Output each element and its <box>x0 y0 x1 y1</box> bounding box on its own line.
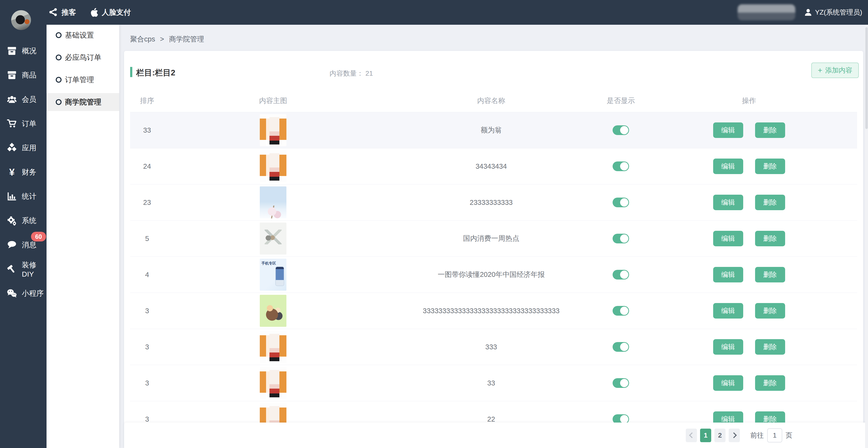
breadcrumb-root[interactable]: 聚合cps <box>130 35 155 43</box>
submenu-item-label: 订单管理 <box>65 75 94 85</box>
goto-page: 前往 页 <box>750 428 793 442</box>
edit-button[interactable]: 编辑 <box>713 303 743 319</box>
edit-button[interactable]: 编辑 <box>713 195 743 210</box>
visibility-toggle[interactable] <box>613 378 629 388</box>
admin-app: 推客 人脸支付 YZ(系统管理员) <box>0 0 868 448</box>
circle-icon <box>56 55 62 60</box>
prev-page-button[interactable] <box>686 428 697 442</box>
sidebar-item-apps[interactable]: 应用 <box>0 136 46 160</box>
visibility-toggle[interactable] <box>613 234 629 243</box>
content-count: 内容数量：21 <box>330 69 373 78</box>
edit-button[interactable]: 编辑 <box>713 122 743 138</box>
breadcrumb-separator: > <box>160 35 164 43</box>
cart-icon <box>6 118 18 129</box>
sort-value: 33 <box>130 126 164 134</box>
goto-page-input[interactable] <box>767 428 782 442</box>
visibility-toggle[interactable] <box>613 125 629 135</box>
breadcrumb: 聚合cps > 商学院管理 <box>130 34 204 44</box>
content-thumbnail <box>260 150 286 182</box>
delete-button[interactable]: 删除 <box>755 195 785 210</box>
topbar-item-label: 人脸支付 <box>102 7 131 18</box>
delete-button[interactable]: 删除 <box>755 339 785 355</box>
col-header-visible: 是否显示 <box>600 96 642 106</box>
submenu-item-label: 必应鸟订单 <box>65 53 101 63</box>
scrollbar-thumb[interactable] <box>865 27 868 129</box>
edit-button[interactable]: 编辑 <box>713 158 743 174</box>
edit-button[interactable]: 编辑 <box>713 375 743 391</box>
visibility-toggle[interactable] <box>613 306 629 316</box>
next-page-button[interactable] <box>728 428 740 442</box>
submenu-item-biyingniao-orders[interactable]: 必应鸟订单 <box>46 49 119 66</box>
topbar-menu: 推客 人脸支付 <box>49 0 131 25</box>
sidebar-item-label: 概况 <box>22 46 36 56</box>
sidebar-item-decorate-diy[interactable]: 装修DIY <box>0 257 46 281</box>
wechat-icon <box>6 288 18 299</box>
topbar-item-face-pay[interactable]: 人脸支付 <box>90 7 131 18</box>
sidebar: 概况 商品 会员 订单 <box>0 0 46 448</box>
topbar-right: YZ(系统管理员) <box>738 0 862 25</box>
sidebar-item-orders[interactable]: 订单 <box>0 112 46 136</box>
submenu-item-business-school[interactable]: 商学院管理 <box>46 93 119 111</box>
topbar-item-tuike[interactable]: 推客 <box>49 7 76 18</box>
topbar: 推客 人脸支付 YZ(系统管理员) <box>0 0 868 25</box>
visibility-toggle[interactable] <box>613 270 629 279</box>
table-row: 5 国内消费一周热点 编辑 删除 <box>130 220 857 257</box>
pager: 1 2 前往 页 <box>686 422 793 448</box>
sort-value: 24 <box>130 162 164 171</box>
edit-button[interactable]: 编辑 <box>713 267 743 282</box>
content-name: 额为翁 <box>382 125 600 135</box>
delete-button[interactable]: 删除 <box>755 231 785 246</box>
user-menu[interactable]: YZ(系统管理员) <box>804 8 862 17</box>
page-scrollbar[interactable] <box>865 25 868 448</box>
sidebar-item-label: 订单 <box>22 119 36 129</box>
col-header-name: 内容名称 <box>382 96 600 106</box>
table-row: 24 34343434 编辑 删除 <box>130 148 857 184</box>
delete-button[interactable]: 删除 <box>755 375 785 391</box>
sidebar-item-label: 统计 <box>22 191 36 202</box>
delete-button[interactable]: 删除 <box>755 267 785 282</box>
accent-bar <box>130 67 132 77</box>
share-icon <box>49 7 58 17</box>
edit-button[interactable]: 编辑 <box>713 231 743 246</box>
content-name: 22 <box>382 415 600 423</box>
user-icon <box>804 8 812 17</box>
delete-button[interactable]: 删除 <box>755 122 785 138</box>
sidebar-item-members[interactable]: 会员 <box>0 87 46 112</box>
sidebar-item-system[interactable]: 系统 <box>0 208 46 233</box>
col-header-thumbnail: 内容主图 <box>164 96 382 106</box>
content-name: 333 <box>382 343 600 351</box>
gavel-icon <box>6 264 18 274</box>
sidebar-item-label: 装修DIY <box>22 260 46 278</box>
sort-value: 23 <box>130 199 164 207</box>
sidebar-item-overview[interactable]: 概况 <box>0 39 46 63</box>
visibility-toggle[interactable] <box>613 342 629 352</box>
thumbnail-caption: 手机专区 <box>261 261 276 266</box>
circle-icon <box>56 32 62 38</box>
circle-icon <box>56 99 62 105</box>
sort-value: 5 <box>130 235 164 243</box>
content-name: 33333333333333333333333333333333333 <box>382 307 600 315</box>
content-thumbnail <box>260 367 286 399</box>
sidebar-item-stats[interactable]: 统计 <box>0 184 46 208</box>
sidebar-item-finance[interactable]: ¥ 财务 <box>0 160 46 184</box>
submenu-item-order-management[interactable]: 订单管理 <box>46 71 119 89</box>
sidebar-item-label: 会员 <box>22 94 36 104</box>
delete-button[interactable]: 删除 <box>755 303 785 319</box>
add-content-button[interactable]: + 添加内容 <box>811 63 859 78</box>
page-button-1[interactable]: 1 <box>700 428 711 442</box>
sort-value: 3 <box>130 343 164 351</box>
page-button-2[interactable]: 2 <box>714 428 725 442</box>
redacted-text <box>738 4 795 20</box>
delete-button[interactable]: 删除 <box>755 158 785 174</box>
submenu-item-basic-settings[interactable]: 基础设置 <box>46 26 119 44</box>
avatar[interactable] <box>11 10 31 30</box>
table-header-row: 排序 内容主图 内容名称 是否显示 操作 <box>130 90 857 112</box>
sidebar-item-goods[interactable]: 商品 <box>0 63 46 87</box>
edit-button[interactable]: 编辑 <box>713 339 743 355</box>
content-name: 34343434 <box>382 162 600 171</box>
visibility-toggle[interactable] <box>613 198 629 207</box>
sidebar-item-mini-program[interactable]: 小程序 <box>0 281 46 305</box>
visibility-toggle[interactable] <box>613 161 629 171</box>
content-name: 国内消费一周热点 <box>382 234 600 243</box>
sort-value: 3 <box>130 307 164 315</box>
